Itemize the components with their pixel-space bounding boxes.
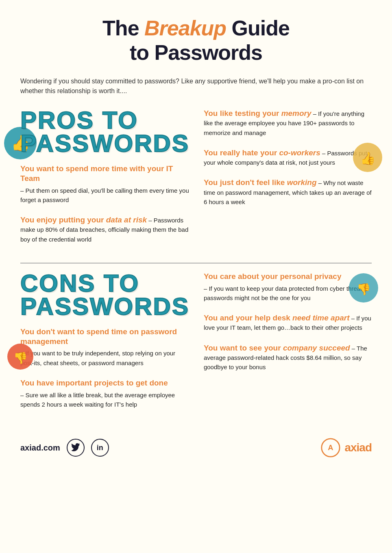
- cons-right-column: 👎 You care about your personal privacy –…: [204, 272, 372, 383]
- header: The Breakup Guide to Passwords: [20, 16, 372, 65]
- svg-text:👍: 👍: [360, 151, 376, 166]
- pros-heading-line1: PROS TO: [20, 109, 189, 132]
- cons-right-item-1: You care about your personal privacy – I…: [204, 272, 372, 303]
- pros-right-item-1-title: You like testing your memory: [204, 109, 311, 118]
- pros-right-item-3-title: You just don't feel like working: [204, 178, 317, 187]
- pros-left-item-2: You enjoy putting your data at risk – Pa…: [20, 215, 189, 244]
- cons-right-item-2-title: You and your help desk need time apart: [204, 314, 350, 322]
- axiad-logo-text: axiad: [344, 441, 372, 454]
- pros-left-item-1: You want to spend more time with your IT…: [20, 164, 189, 205]
- cons-right-item-2-body: You and your help desk need time apart –…: [204, 313, 372, 333]
- title-part1: The: [102, 16, 144, 40]
- cons-right-item-2: You and your help desk need time apart –…: [204, 313, 372, 333]
- page: The Breakup Guide to Passwords Wondering…: [0, 0, 392, 553]
- pros-right-item-2-title: You really hate your co-workers: [204, 148, 320, 157]
- cons-left-item-2-title: You have important projects to get done: [20, 378, 189, 388]
- pros-left-column: 👍 PROS TO PASSWORDS You want to spend mo…: [20, 109, 189, 255]
- pros-right-item-2-body: You really hate your co-workers – Passwo…: [204, 148, 372, 168]
- cons-right-item-1-body: – If you want to keep your data protecte…: [204, 284, 372, 303]
- page-title: The Breakup Guide to Passwords: [20, 16, 372, 65]
- title-breakup: Breakup: [144, 16, 226, 40]
- pros-left-item-1-body: – Put them on speed dial, you'll be call…: [20, 186, 189, 205]
- cons-right-item-1-title: You care about your personal privacy: [204, 272, 372, 281]
- cons-heading-line2: PASSWORDS: [20, 295, 189, 318]
- intro-text: Wondering if you should stay committed t…: [20, 76, 370, 97]
- svg-text:A: A: [328, 444, 333, 452]
- cons-right-item-3-body: You want to see your company succeed – T…: [204, 343, 372, 372]
- footer-logo: A axiad: [321, 438, 372, 457]
- pros-left-item-1-title: You want to spend more time with your IT…: [20, 164, 189, 183]
- pros-heading-area: 👍 PROS TO PASSWORDS: [20, 109, 189, 155]
- footer: axiad.com in A axiad: [20, 432, 372, 457]
- cons-right-item-3: You want to see your company succeed – T…: [204, 343, 372, 372]
- cons-left-item-1: You don't want to spend time on password…: [20, 327, 189, 368]
- twitter-svg: [71, 443, 80, 452]
- title-part2: Guide: [226, 16, 290, 40]
- cons-heading-area: CONS TO PASSWORDS: [20, 272, 189, 318]
- pros-right-item-3: You just don't feel like working – Why n…: [204, 178, 372, 207]
- pros-left-item-2-body: You enjoy putting your data at risk – Pa…: [20, 215, 189, 244]
- cons-left-item-1-title: You don't want to spend time on password…: [20, 327, 189, 346]
- cons-left-item-1-body: – If you want to be truly independent, s…: [20, 348, 189, 368]
- pros-section: 👍 PROS TO PASSWORDS You want to spend mo…: [20, 109, 372, 255]
- pros-right-item-1: You like testing your memory – If you're…: [204, 109, 372, 137]
- title-line2: to Passwords: [130, 41, 262, 64]
- linkedin-icon[interactable]: in: [91, 439, 109, 457]
- cons-teal-icon: 👎: [347, 272, 380, 304]
- cons-section: CONS TO PASSWORDS You don't want to spen…: [20, 272, 372, 420]
- pros-right-column: 👍 You like testing your memory – If you'…: [204, 109, 372, 217]
- pros-right-item-1-body: You like testing your memory – If you're…: [204, 109, 372, 137]
- footer-left: axiad.com in: [20, 439, 109, 457]
- pros-right-item-3-body: You just don't feel like working – Why n…: [204, 178, 372, 207]
- pros-left-item-2-title: You enjoy putting your data at risk: [20, 216, 147, 224]
- svg-text:👎: 👎: [357, 283, 371, 296]
- cons-heading-line1: CONS TO: [20, 272, 189, 295]
- cons-left-item-2-body: – Sure we all like a little break, but t…: [20, 390, 189, 409]
- svg-text:👎: 👎: [13, 351, 28, 365]
- orange-thumb-icon: 👍: [351, 141, 384, 174]
- pros-right-item-2: You really hate your co-workers – Passwo…: [204, 148, 372, 168]
- cons-left-item-2: You have important projects to get done …: [20, 378, 189, 409]
- footer-website[interactable]: axiad.com: [20, 443, 60, 453]
- axiad-logo-icon: A: [321, 438, 340, 457]
- twitter-icon[interactable]: [67, 439, 85, 457]
- pros-heading-line2: PASSWORDS: [20, 132, 189, 155]
- cons-left-column: CONS TO PASSWORDS You don't want to spen…: [20, 272, 189, 420]
- pros-cons-divider: [20, 263, 372, 263]
- cons-hand-icon: 👎: [6, 342, 35, 371]
- linkedin-label: in: [97, 444, 103, 452]
- cons-right-item-3-title: You want to see your company succeed: [204, 344, 350, 352]
